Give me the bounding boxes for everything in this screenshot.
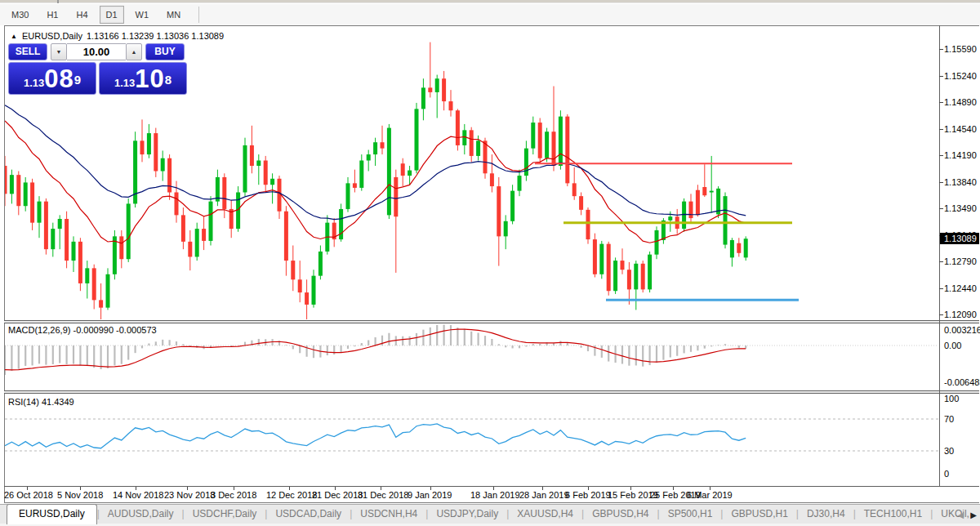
price-tick-mark — [939, 49, 943, 50]
volume-input[interactable] — [67, 43, 126, 60]
pane-splitter-macd[interactable] — [4, 320, 979, 323]
chart-ohlc-values: 1.13166 1.13239 1.13036 1.13089 — [87, 31, 224, 41]
chart-window[interactable] — [4, 25, 979, 503]
timeframe-button-m30[interactable]: M30 — [5, 6, 35, 24]
chart-tab-usdchf-daily[interactable]: USDCHF,Daily — [185, 505, 265, 524]
chart-symbol-period: EURUSD,Daily — [22, 31, 82, 41]
buy-pips: 10 — [135, 66, 164, 91]
buy-big-figure: 1.13 — [114, 75, 135, 91]
indicator-axis-label: 0.00 — [944, 341, 961, 350]
chart-tab-usdcnh-h4[interactable]: USDCNH,H4 — [352, 505, 425, 524]
one-click-trade-panel: SELL ▼ ▲ BUY 1.13 08 9 1.13 10 8 — [8, 43, 188, 95]
toolbar-edge — [0, 0, 980, 3]
timeframe-toolbar: M30H1H4D1W1MN — [0, 4, 980, 25]
date-label: 14 Nov 2018 — [113, 490, 163, 500]
pane-splitter-rsi[interactable] — [4, 390, 979, 394]
rsi-indicator-label: RSI(14) 41.4349 — [8, 397, 74, 407]
price-tick-label: 1.14190 — [944, 150, 977, 160]
macd-indicator-label: MACD(12,26,9) -0.000990 -0.000573 — [8, 325, 157, 335]
price-tick-label: 1.12790 — [944, 256, 977, 266]
price-tick-label: 1.13490 — [944, 203, 977, 213]
collapse-arrow-icon[interactable]: ▲ — [11, 33, 17, 40]
chart-tab-eurusd-daily[interactable]: EURUSD,Daily — [7, 504, 97, 524]
timeframe-button-h1[interactable]: H1 — [40, 6, 65, 24]
buy-pipette: 8 — [165, 68, 172, 92]
mt4-window: M30H1H4D1W1MN ▲ EURUSD,Daily 1.13166 1.1… — [0, 0, 980, 526]
indicator-axis-label: 0 — [944, 469, 949, 479]
current-price-badge: 1.13089 — [940, 233, 979, 244]
chart-title: ▲ EURUSD,Daily 1.13166 1.13239 1.13036 1… — [11, 31, 224, 41]
chart-tab-gbpusd-h4[interactable]: GBPUSD,H4 — [584, 505, 657, 524]
timeframe-button-d1[interactable]: D1 — [100, 6, 124, 24]
sell-big-figure: 1.13 — [24, 75, 44, 91]
indicator-axis-label: 30 — [944, 446, 954, 456]
timeframe-button-w1[interactable]: W1 — [129, 6, 156, 24]
chart-tab-audusd-daily[interactable]: AUDUSD,Daily — [100, 505, 182, 524]
price-tick-label: 1.15240 — [944, 71, 977, 81]
price-tick-label: 1.14890 — [944, 97, 977, 107]
indicator-axis-label: 70 — [944, 414, 954, 424]
date-label: 6 Mar 2019 — [687, 490, 733, 500]
price-tick-label: 1.13840 — [944, 177, 977, 187]
volume-decrease-button[interactable]: ▼ — [51, 43, 67, 60]
timeframe-button-mn[interactable]: MN — [160, 6, 187, 24]
price-tick-mark — [939, 314, 943, 315]
price-tick-mark — [939, 208, 943, 209]
chevron-down-icon: ▼ — [56, 49, 62, 55]
indicator-axis-label: 100 — [944, 394, 959, 403]
chart-tab-bar: EURUSD,Daily|AUDUSD,Daily|USDCHF,Daily|U… — [0, 504, 980, 524]
chart-tab-dj30-h4[interactable]: DJ30,H4 — [799, 505, 853, 524]
chart-tab-xauusd-h4[interactable]: XAUUSD,H4 — [509, 505, 581, 524]
date-label: 9 Jan 2019 — [408, 490, 452, 500]
chart-tab-usdjpy-daily[interactable]: USDJPY,Daily — [428, 505, 506, 524]
indicator-axis-label: 0.003216 — [944, 325, 980, 335]
price-tick-label: 1.12440 — [944, 283, 977, 293]
toolbar-divider — [198, 7, 199, 23]
buy-button[interactable]: BUY — [145, 43, 185, 60]
price-axis-divider — [939, 25, 940, 487]
price-tick-label: 1.14540 — [944, 124, 977, 134]
chart-tab-gbpusd-h1[interactable]: GBPUSD,H1 — [723, 505, 795, 524]
chart-tab-sp500-h1[interactable]: SP500,H1 — [660, 505, 721, 524]
date-label: 5 Nov 2018 — [57, 490, 103, 500]
price-tick-mark — [939, 182, 943, 183]
price-tick-label: 1.12090 — [944, 310, 977, 319]
date-label: 21 Dec 2018 — [312, 490, 363, 500]
price-tick-mark — [939, 155, 943, 156]
sell-pipette: 9 — [74, 68, 81, 92]
price-tick-mark — [939, 288, 943, 289]
chart-tab-tech100-h1[interactable]: TECH100,H1 — [856, 505, 930, 524]
sell-pips: 08 — [44, 66, 74, 91]
buy-quote-box[interactable]: 1.13 10 8 — [99, 62, 187, 95]
timeframe-button-h4[interactable]: H4 — [69, 6, 94, 24]
sell-quote-box[interactable]: 1.13 08 9 — [8, 62, 96, 95]
date-label: 3 Dec 2018 — [211, 490, 256, 500]
date-label: 28 Jan 2019 — [519, 490, 569, 500]
tab-scroll-right-icon[interactable]: ▶ — [970, 510, 977, 519]
date-label: 26 Oct 2018 — [4, 490, 53, 500]
chevron-up-icon: ▲ — [131, 49, 137, 55]
sell-button[interactable]: SELL — [8, 43, 47, 60]
price-tick-label: 1.15590 — [944, 44, 977, 54]
price-tick-mark — [939, 102, 943, 103]
tab-scroll-left-icon[interactable]: ◀ — [958, 510, 964, 519]
chart-tab-usdcad-daily[interactable]: USDCAD,Daily — [267, 505, 350, 524]
price-tick-mark — [939, 261, 943, 262]
date-label: 12 Dec 2018 — [266, 490, 317, 500]
indicator-axis-label: -0.006485 — [944, 377, 980, 387]
date-label: 6 Feb 2019 — [565, 490, 611, 500]
date-label: 31 Dec 2018 — [358, 490, 408, 500]
volume-increase-button[interactable]: ▲ — [126, 43, 142, 60]
price-tick-mark — [939, 129, 943, 130]
date-label: 18 Jan 2019 — [470, 490, 520, 500]
date-label: 23 Nov 2018 — [164, 490, 215, 500]
price-tick-mark — [939, 76, 943, 77]
time-axis-divider — [4, 486, 979, 487]
